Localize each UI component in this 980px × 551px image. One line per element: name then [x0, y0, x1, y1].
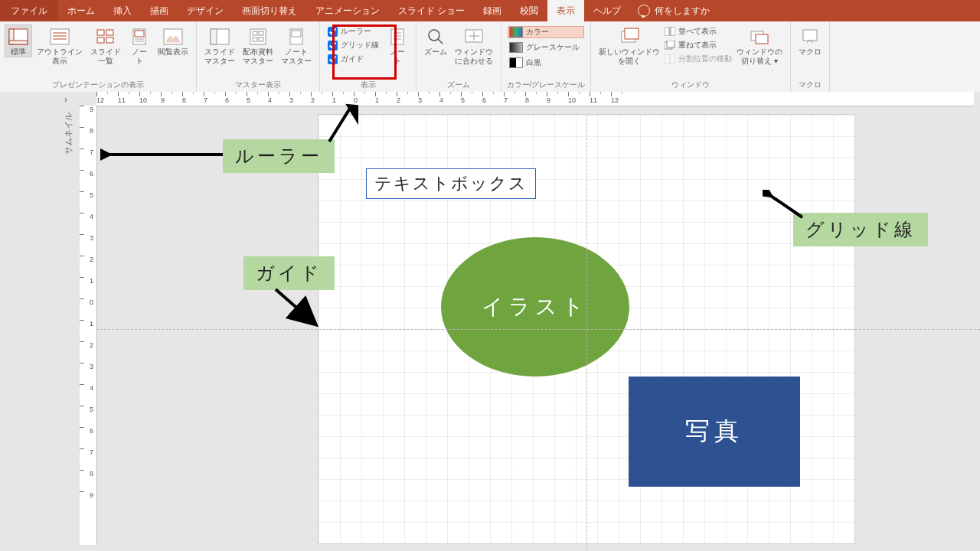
outline-view-icon	[49, 28, 70, 46]
grayscale-mode-button[interactable]: グレースケール	[508, 41, 584, 54]
textbox-shape[interactable]: テキストボックス	[366, 168, 536, 199]
tab-draw[interactable]: 描画	[141, 0, 178, 21]
tab-record[interactable]: 録画	[474, 0, 511, 21]
show-notes-button[interactable]: ノー ト	[384, 24, 411, 66]
fit-window-button[interactable]: ウィンドウ に合わせる	[452, 24, 496, 66]
group-label: プレゼンテーションの表示	[52, 78, 144, 92]
switch-windows-icon	[749, 28, 770, 46]
fit-window-icon	[463, 28, 485, 46]
svg-rect-7	[97, 30, 104, 35]
horizontal-guide[interactable]	[96, 329, 980, 330]
tab-home[interactable]: ホーム	[58, 0, 104, 21]
zoom-button[interactable]: ズーム	[421, 24, 450, 57]
ellipse-shape[interactable]: イラスト	[441, 237, 629, 377]
slide-master-icon	[209, 28, 230, 46]
normal-view-icon	[8, 28, 29, 46]
group-zoom: ズーム ウィンドウ に合わせる ズーム	[416, 21, 501, 92]
group-label: ウィンドウ	[671, 78, 710, 92]
svg-rect-3	[51, 29, 69, 44]
color-mode-button[interactable]: カラー	[508, 26, 584, 38]
svg-rect-25	[391, 29, 403, 44]
svg-rect-10	[106, 37, 113, 43]
tab-file[interactable]: ファイル	[0, 0, 58, 21]
arrow-icon	[271, 285, 325, 331]
arrow-icon	[763, 190, 808, 223]
tab-insert[interactable]: 挿入	[104, 0, 141, 21]
arrow-icon	[100, 147, 227, 162]
expand-thumbnails-icon[interactable]: ›	[64, 94, 67, 105]
guides-checkbox[interactable]: ガイド	[328, 54, 379, 64]
svg-rect-37	[667, 41, 675, 47]
ruler-checkbox[interactable]: ルーラー	[328, 26, 379, 37]
svg-rect-9	[97, 37, 104, 43]
svg-line-30	[438, 39, 443, 44]
tab-design[interactable]: デザイン	[178, 0, 233, 21]
view-notes-button[interactable]: ノー ト	[126, 24, 153, 66]
cascade-button[interactable]: 重ねて表示	[665, 40, 732, 51]
reading-view-icon	[162, 28, 184, 46]
vertical-ruler: 9876543210123456789	[80, 106, 97, 545]
svg-rect-42	[803, 30, 817, 41]
slide-stage[interactable]: 1211109876543210123456789101112 98765432…	[74, 92, 980, 551]
arrange-all-button[interactable]: 並べて表示	[665, 26, 732, 37]
notes-master-button[interactable]: ノート マスター	[278, 24, 315, 66]
macros-button[interactable]: マクロ	[795, 24, 825, 57]
ribbon: 標準 アウトライン 表示 スライド 一覧 ノー ト 閲覧表示 プレゼンテーション…	[0, 21, 980, 93]
view-outline-button[interactable]: アウトライン 表示	[34, 24, 86, 66]
handout-master-button[interactable]: 配布資料 マスター	[240, 24, 276, 66]
svg-rect-20	[259, 31, 263, 35]
svg-rect-22	[259, 37, 263, 41]
svg-rect-33	[625, 28, 639, 39]
group-label: カラー/グレースケール	[507, 78, 586, 92]
zoom-icon	[425, 28, 446, 46]
bw-mode-button[interactable]: 白黒	[508, 57, 584, 69]
title-tabs: ファイル ホーム 挿入 描画 デザイン 画面切り替え アニメーション スライド …	[0, 0, 980, 21]
rectangle-shape[interactable]: 写真	[629, 377, 800, 487]
tab-slideshow[interactable]: スライド ショー	[389, 0, 474, 21]
group-presentation-views: 標準 アウトライン 表示 スライド 一覧 ノー ト 閲覧表示 プレゼンテーション…	[0, 21, 197, 92]
new-window-button[interactable]: 新しいウィンドウ を開く	[596, 24, 663, 66]
group-label: マスター表示	[235, 78, 281, 92]
group-macro: マクロ マクロ	[791, 21, 830, 92]
lightbulb-icon	[638, 5, 650, 17]
new-window-icon	[619, 28, 640, 46]
view-normal-button[interactable]: 標準	[5, 24, 32, 57]
view-sorter-button[interactable]: スライド 一覧	[87, 24, 124, 66]
group-label: 表示	[361, 78, 376, 92]
notes-pane-icon	[387, 28, 408, 46]
svg-rect-24	[292, 31, 301, 37]
vertical-guide[interactable]	[586, 115, 587, 551]
arrange-icon	[665, 27, 675, 36]
tell-me[interactable]: 何をしますか	[630, 0, 717, 21]
group-label: マクロ	[799, 78, 822, 92]
move-split-button[interactable]: 分割位置の移動	[665, 54, 732, 64]
slide-master-button[interactable]: スライド マスター	[201, 24, 238, 66]
svg-rect-21	[253, 37, 257, 41]
notes-master-icon	[286, 28, 307, 46]
thumbnail-pane[interactable]: › サムネイル	[0, 92, 74, 551]
tab-review[interactable]: 校閲	[511, 0, 547, 21]
view-reading-button[interactable]: 閲覧表示	[155, 24, 191, 57]
sorter-view-icon	[95, 28, 116, 46]
arrow-icon	[322, 99, 358, 145]
group-master-views: スライド マスター 配布資料 マスター ノート マスター マスター表示	[197, 21, 320, 92]
cascade-icon	[665, 41, 675, 50]
tab-animations[interactable]: アニメーション	[306, 0, 389, 21]
notes-view-icon	[129, 28, 150, 46]
switch-windows-button[interactable]: ウィンドウの 切り替え ▾	[733, 24, 786, 66]
tab-help[interactable]: ヘルプ	[584, 0, 630, 21]
svg-rect-35	[671, 27, 675, 36]
macros-icon	[799, 28, 821, 46]
svg-line-46	[769, 194, 802, 217]
workspace: › サムネイル 1211109876543210123456789101112 …	[0, 92, 980, 551]
tab-transitions[interactable]: 画面切り替え	[233, 0, 306, 21]
svg-rect-41	[756, 34, 768, 44]
svg-rect-17	[211, 29, 217, 44]
gridlines-checkbox[interactable]: グリッド線	[328, 40, 379, 51]
svg-rect-8	[106, 30, 113, 35]
tell-me-label: 何をしますか	[655, 5, 710, 18]
handout-master-icon	[247, 28, 269, 46]
tab-view[interactable]: 表示	[547, 0, 584, 21]
svg-point-29	[429, 30, 439, 41]
svg-rect-12	[135, 31, 144, 37]
